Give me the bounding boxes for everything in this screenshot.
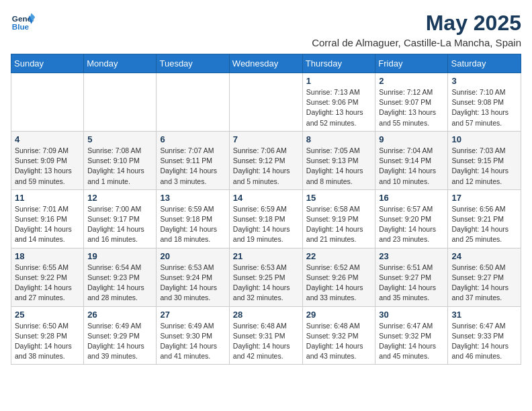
day-number: 26 — [87, 310, 152, 320]
day-number: 17 — [451, 193, 517, 203]
day-number: 4 — [15, 134, 80, 144]
calendar-cell: 9Sunrise: 7:04 AM Sunset: 9:14 PM Daylig… — [375, 131, 448, 189]
calendar-cell: 25Sunrise: 6:50 AM Sunset: 9:28 PM Dayli… — [11, 306, 84, 365]
calendar-cell: 3Sunrise: 7:10 AM Sunset: 9:08 PM Daylig… — [448, 73, 521, 132]
day-number: 11 — [15, 193, 80, 203]
day-info: Sunrise: 7:03 AM Sunset: 9:15 PM Dayligh… — [451, 146, 517, 187]
day-info: Sunrise: 6:59 AM Sunset: 9:18 PM Dayligh… — [233, 204, 299, 245]
calendar-cell: 4Sunrise: 7:09 AM Sunset: 9:09 PM Daylig… — [11, 131, 84, 189]
calendar-cell: 19Sunrise: 6:54 AM Sunset: 9:23 PM Dayli… — [84, 248, 157, 306]
day-number: 12 — [87, 193, 152, 203]
weekday-header-tuesday: Tuesday — [157, 54, 229, 73]
day-info: Sunrise: 6:49 AM Sunset: 9:30 PM Dayligh… — [160, 321, 225, 362]
day-info: Sunrise: 7:06 AM Sunset: 9:12 PM Dayligh… — [233, 146, 299, 187]
calendar-cell: 17Sunrise: 6:56 AM Sunset: 9:21 PM Dayli… — [448, 189, 521, 248]
header: General Blue May 2025 Corral de Almaguer… — [11, 11, 521, 48]
day-number: 15 — [306, 193, 372, 203]
day-number: 30 — [379, 310, 444, 320]
calendar-cell: 30Sunrise: 6:47 AM Sunset: 9:32 PM Dayli… — [375, 306, 448, 365]
day-info: Sunrise: 6:56 AM Sunset: 9:21 PM Dayligh… — [451, 204, 517, 245]
calendar-cell: 1Sunrise: 7:13 AM Sunset: 9:06 PM Daylig… — [302, 73, 375, 132]
calendar-cell: 5Sunrise: 7:08 AM Sunset: 9:10 PM Daylig… — [84, 131, 157, 189]
day-number: 27 — [160, 310, 225, 320]
calendar-cell: 12Sunrise: 7:00 AM Sunset: 9:17 PM Dayli… — [84, 189, 157, 248]
calendar-cell: 24Sunrise: 6:50 AM Sunset: 9:27 PM Dayli… — [448, 248, 521, 306]
day-number: 6 — [160, 134, 225, 144]
calendar-cell: 13Sunrise: 6:59 AM Sunset: 9:18 PM Dayli… — [157, 189, 229, 248]
day-info: Sunrise: 6:53 AM Sunset: 9:24 PM Dayligh… — [160, 263, 225, 304]
day-number: 1 — [306, 76, 372, 86]
calendar-cell: 21Sunrise: 6:53 AM Sunset: 9:25 PM Dayli… — [229, 248, 302, 306]
weekday-header-thursday: Thursday — [302, 54, 375, 73]
day-info: Sunrise: 7:08 AM Sunset: 9:10 PM Dayligh… — [87, 146, 152, 187]
calendar-week-5: 25Sunrise: 6:50 AM Sunset: 9:28 PM Dayli… — [11, 306, 521, 365]
calendar-cell — [84, 73, 157, 132]
calendar-cell — [157, 73, 229, 132]
day-number: 23 — [379, 251, 444, 261]
day-info: Sunrise: 7:09 AM Sunset: 9:09 PM Dayligh… — [15, 146, 80, 187]
calendar-cell: 2Sunrise: 7:12 AM Sunset: 9:07 PM Daylig… — [375, 73, 448, 132]
day-info: Sunrise: 7:12 AM Sunset: 9:07 PM Dayligh… — [379, 87, 444, 128]
calendar-week-3: 11Sunrise: 7:01 AM Sunset: 9:16 PM Dayli… — [11, 189, 521, 248]
day-number: 7 — [233, 134, 299, 144]
day-number: 2 — [379, 76, 444, 86]
day-info: Sunrise: 6:55 AM Sunset: 9:22 PM Dayligh… — [15, 263, 80, 304]
day-info: Sunrise: 6:50 AM Sunset: 9:27 PM Dayligh… — [451, 263, 517, 304]
calendar-cell: 29Sunrise: 6:48 AM Sunset: 9:32 PM Dayli… — [302, 306, 375, 365]
calendar-week-1: 1Sunrise: 7:13 AM Sunset: 9:06 PM Daylig… — [11, 73, 521, 132]
day-number: 14 — [233, 193, 299, 203]
day-number: 18 — [15, 251, 80, 261]
logo-icon: General Blue — [11, 11, 35, 35]
calendar-cell: 31Sunrise: 6:47 AM Sunset: 9:33 PM Dayli… — [448, 306, 521, 365]
month-year-title: May 2025 — [312, 11, 521, 36]
day-number: 16 — [379, 193, 444, 203]
day-info: Sunrise: 7:05 AM Sunset: 9:13 PM Dayligh… — [306, 146, 372, 187]
calendar-week-4: 18Sunrise: 6:55 AM Sunset: 9:22 PM Dayli… — [11, 248, 521, 306]
calendar-table: SundayMondayTuesdayWednesdayThursdayFrid… — [11, 54, 521, 365]
day-info: Sunrise: 6:52 AM Sunset: 9:26 PM Dayligh… — [306, 263, 372, 304]
day-info: Sunrise: 7:00 AM Sunset: 9:17 PM Dayligh… — [87, 204, 152, 245]
day-info: Sunrise: 6:50 AM Sunset: 9:28 PM Dayligh… — [15, 321, 80, 362]
location-subtitle: Corral de Almaguer, Castille-La Mancha, … — [312, 37, 521, 48]
day-number: 5 — [87, 134, 152, 144]
day-info: Sunrise: 7:01 AM Sunset: 9:16 PM Dayligh… — [15, 204, 80, 245]
day-number: 29 — [306, 310, 372, 320]
calendar-cell: 18Sunrise: 6:55 AM Sunset: 9:22 PM Dayli… — [11, 248, 84, 306]
weekday-header-saturday: Saturday — [448, 54, 521, 73]
logo: General Blue — [11, 11, 35, 35]
day-number: 28 — [233, 310, 299, 320]
day-number: 10 — [451, 134, 517, 144]
day-info: Sunrise: 6:48 AM Sunset: 9:32 PM Dayligh… — [306, 321, 372, 362]
calendar-cell: 8Sunrise: 7:05 AM Sunset: 9:13 PM Daylig… — [302, 131, 375, 189]
calendar-week-2: 4Sunrise: 7:09 AM Sunset: 9:09 PM Daylig… — [11, 131, 521, 189]
day-info: Sunrise: 7:10 AM Sunset: 9:08 PM Dayligh… — [451, 87, 517, 128]
day-info: Sunrise: 6:54 AM Sunset: 9:23 PM Dayligh… — [87, 263, 152, 304]
day-info: Sunrise: 6:49 AM Sunset: 9:29 PM Dayligh… — [87, 321, 152, 362]
title-block: May 2025 Corral de Almaguer, Castille-La… — [312, 11, 521, 48]
day-info: Sunrise: 6:57 AM Sunset: 9:20 PM Dayligh… — [379, 204, 444, 245]
day-number: 13 — [160, 193, 225, 203]
day-info: Sunrise: 7:13 AM Sunset: 9:06 PM Dayligh… — [306, 87, 372, 128]
day-info: Sunrise: 6:59 AM Sunset: 9:18 PM Dayligh… — [160, 204, 225, 245]
day-number: 25 — [15, 310, 80, 320]
calendar-cell: 20Sunrise: 6:53 AM Sunset: 9:24 PM Dayli… — [157, 248, 229, 306]
calendar-cell: 14Sunrise: 6:59 AM Sunset: 9:18 PM Dayli… — [229, 189, 302, 248]
day-number: 22 — [306, 251, 372, 261]
day-number: 21 — [233, 251, 299, 261]
weekday-header-row: SundayMondayTuesdayWednesdayThursdayFrid… — [11, 54, 521, 73]
day-info: Sunrise: 6:48 AM Sunset: 9:31 PM Dayligh… — [233, 321, 299, 362]
weekday-header-wednesday: Wednesday — [229, 54, 302, 73]
day-info: Sunrise: 6:53 AM Sunset: 9:25 PM Dayligh… — [233, 263, 299, 304]
calendar-cell: 28Sunrise: 6:48 AM Sunset: 9:31 PM Dayli… — [229, 306, 302, 365]
calendar-cell: 10Sunrise: 7:03 AM Sunset: 9:15 PM Dayli… — [448, 131, 521, 189]
calendar-cell: 22Sunrise: 6:52 AM Sunset: 9:26 PM Dayli… — [302, 248, 375, 306]
calendar-cell: 16Sunrise: 6:57 AM Sunset: 9:20 PM Dayli… — [375, 189, 448, 248]
calendar-cell: 11Sunrise: 7:01 AM Sunset: 9:16 PM Dayli… — [11, 189, 84, 248]
day-number: 31 — [451, 310, 517, 320]
weekday-header-monday: Monday — [84, 54, 157, 73]
day-info: Sunrise: 6:47 AM Sunset: 9:32 PM Dayligh… — [379, 321, 444, 362]
day-info: Sunrise: 7:04 AM Sunset: 9:14 PM Dayligh… — [379, 146, 444, 187]
day-number: 8 — [306, 134, 372, 144]
day-info: Sunrise: 6:58 AM Sunset: 9:19 PM Dayligh… — [306, 204, 372, 245]
day-info: Sunrise: 6:47 AM Sunset: 9:33 PM Dayligh… — [451, 321, 517, 362]
